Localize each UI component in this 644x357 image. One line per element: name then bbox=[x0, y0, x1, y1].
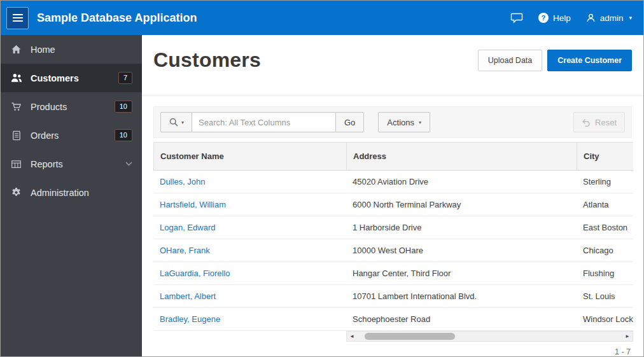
table-row: Hartsfield, William 6000 North Terminal … bbox=[153, 193, 633, 216]
reset-label: Reset bbox=[595, 118, 617, 127]
city-cell: St. Louis bbox=[577, 291, 633, 301]
table-row: OHare, Frank 10000 West OHare Chicago bbox=[153, 239, 633, 262]
page-title: Customers bbox=[153, 48, 261, 72]
scroll-left-arrow[interactable]: ◄ bbox=[347, 334, 357, 339]
customer-name-link[interactable]: LaGuardia, Fiorello bbox=[160, 269, 230, 278]
search-input[interactable] bbox=[192, 112, 336, 132]
table-row: LaGuardia, Fiorello Hangar Center, Third… bbox=[153, 262, 633, 285]
city-cell: East Boston bbox=[577, 223, 633, 232]
user-menu[interactable]: admin ▾ bbox=[586, 13, 632, 23]
create-customer-button[interactable]: Create Customer bbox=[547, 50, 632, 71]
reports-icon bbox=[10, 159, 22, 169]
search-options-button[interactable]: ▾ bbox=[160, 112, 192, 132]
app-header: Sample Database Application ? Help admin… bbox=[1, 1, 643, 35]
scrollbar-thumb[interactable] bbox=[365, 333, 455, 340]
app-title: Sample Database Application bbox=[37, 11, 197, 25]
search-icon bbox=[169, 117, 179, 127]
sidebar-item-label: Reports bbox=[31, 159, 63, 169]
sidebar-item-administration[interactable]: Administration bbox=[1, 178, 142, 207]
city-cell: Chicago bbox=[577, 246, 633, 255]
customer-name-cell: Bradley, Eugene bbox=[153, 314, 346, 324]
customer-name-link[interactable]: Hartsfield, William bbox=[160, 200, 226, 209]
sidebar-item-label: Home bbox=[31, 45, 55, 55]
customer-name-cell: Dulles, John bbox=[153, 177, 346, 186]
go-button[interactable]: Go bbox=[335, 112, 364, 132]
address-cell: 1 Harborside Drive bbox=[346, 223, 577, 232]
count-badge: 7 bbox=[118, 72, 132, 84]
city-cell: Windsor Locks bbox=[577, 314, 633, 324]
actions-label: Actions bbox=[387, 118, 414, 127]
table-row: Logan, Edward 1 Harborside Drive East Bo… bbox=[153, 216, 633, 239]
sidebar-item-label: Orders bbox=[31, 130, 59, 141]
report-grid-inner: Customer Name Address City Dulles, John … bbox=[153, 142, 633, 331]
address-cell: 10000 West OHare bbox=[346, 246, 577, 255]
customer-name-link[interactable]: Lambert, Albert bbox=[160, 291, 216, 301]
customer-name-cell: Lambert, Albert bbox=[153, 291, 346, 301]
column-header-customer-name[interactable]: Customer Name bbox=[154, 143, 347, 170]
help-icon: ? bbox=[538, 13, 549, 23]
gear-icon bbox=[10, 187, 22, 198]
reset-icon bbox=[582, 118, 591, 127]
header-actions: ? Help admin ▾ bbox=[510, 13, 632, 24]
chevron-down-icon bbox=[125, 162, 132, 166]
customer-name-link[interactable]: Logan, Edward bbox=[160, 223, 215, 232]
sidebar-item-home[interactable]: Home bbox=[1, 35, 142, 64]
scroll-right-arrow[interactable]: ► bbox=[622, 334, 633, 339]
menu-button[interactable] bbox=[6, 7, 29, 29]
home-icon bbox=[10, 45, 22, 55]
main-content: Customers Upload Data Create Customer ▾ … bbox=[142, 35, 643, 356]
count-badge: 10 bbox=[115, 129, 132, 141]
page-header: Customers Upload Data Create Customer bbox=[142, 35, 643, 96]
caret-down-icon: ▾ bbox=[629, 15, 632, 21]
customers-icon bbox=[10, 73, 22, 83]
count-badge: 10 bbox=[115, 101, 132, 113]
reset-button[interactable]: Reset bbox=[573, 112, 625, 132]
sidebar: Home Customers 7 Products 10 Orders 10 bbox=[1, 35, 142, 356]
upload-data-button[interactable]: Upload Data bbox=[478, 50, 543, 71]
customer-name-cell: LaGuardia, Fiorello bbox=[153, 269, 346, 278]
sidebar-item-label: Administration bbox=[31, 188, 89, 198]
caret-down-icon: ▾ bbox=[181, 120, 184, 125]
user-icon bbox=[586, 13, 596, 22]
customer-name-link[interactable]: Dulles, John bbox=[160, 177, 206, 186]
help-button[interactable]: ? Help bbox=[538, 13, 571, 23]
city-cell: Sterling bbox=[577, 177, 633, 186]
scrollbar-track[interactable] bbox=[357, 332, 622, 341]
city-cell: Atlanta bbox=[577, 200, 633, 209]
actions-button[interactable]: Actions ▾ bbox=[378, 112, 430, 132]
sidebar-item-products[interactable]: Products 10 bbox=[1, 92, 142, 121]
table-header-row: Customer Name Address City bbox=[153, 142, 633, 171]
orders-icon bbox=[10, 130, 22, 141]
address-cell: Hangar Center, Third Floor bbox=[346, 269, 577, 278]
sidebar-item-orders[interactable]: Orders 10 bbox=[1, 121, 142, 150]
address-cell: 45020 Aviation Drive bbox=[346, 177, 577, 186]
address-cell: 6000 North Terminal Parkway bbox=[346, 200, 577, 209]
address-cell: Schoephoester Road bbox=[346, 314, 577, 324]
report-grid: Customer Name Address City Dulles, John … bbox=[153, 142, 633, 342]
customer-name-link[interactable]: OHare, Frank bbox=[160, 246, 210, 255]
report-toolbar: ▾ Go Actions ▾ Reset bbox=[153, 106, 632, 138]
user-label: admin bbox=[600, 13, 624, 23]
customer-name-link[interactable]: Bradley, Eugene bbox=[160, 314, 220, 324]
pagination-label: 1 - 7 bbox=[153, 342, 632, 356]
table-row: Bradley, Eugene Schoephoester Road Winds… bbox=[153, 308, 633, 331]
help-label: Help bbox=[553, 13, 571, 23]
table-row: Lambert, Albert 10701 Lambert Internatio… bbox=[153, 285, 633, 308]
sidebar-item-reports[interactable]: Reports bbox=[1, 150, 142, 178]
interactive-report: ▾ Go Actions ▾ Reset Custo bbox=[153, 106, 632, 356]
chat-button[interactable] bbox=[510, 13, 523, 24]
chat-icon bbox=[510, 13, 523, 24]
city-cell: Flushing bbox=[577, 269, 633, 278]
customer-name-cell: Hartsfield, William bbox=[153, 200, 346, 209]
sidebar-item-label: Customers bbox=[31, 73, 79, 83]
cart-icon bbox=[10, 102, 22, 111]
address-cell: 10701 Lambert International Blvd. bbox=[346, 291, 577, 301]
sidebar-item-customers[interactable]: Customers 7 bbox=[1, 64, 142, 92]
customer-name-cell: OHare, Frank bbox=[153, 246, 346, 255]
column-header-city[interactable]: City bbox=[577, 143, 633, 170]
customer-name-cell: Logan, Edward bbox=[153, 223, 346, 232]
page-header-buttons: Upload Data Create Customer bbox=[478, 50, 632, 71]
table-row: Dulles, John 45020 Aviation Drive Sterli… bbox=[153, 171, 633, 193]
column-header-address[interactable]: Address bbox=[347, 143, 577, 170]
sidebar-item-label: Products bbox=[31, 102, 67, 112]
